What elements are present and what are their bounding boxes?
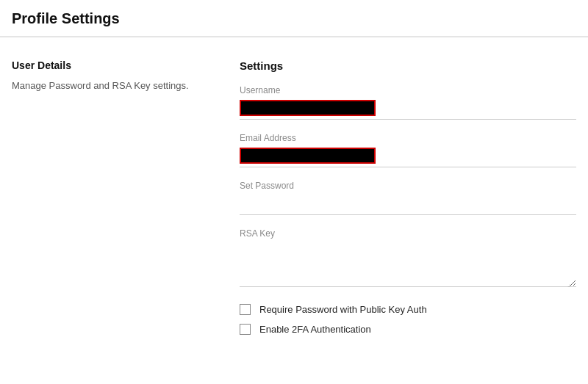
page-title: Profile Settings xyxy=(12,10,576,27)
left-panel-description: Manage Password and RSA Key settings. xyxy=(12,79,203,93)
right-panel: Settings Username Email Address Set Pass… xyxy=(232,59,576,335)
rsa-key-input[interactable] xyxy=(240,243,576,287)
username-underline xyxy=(240,119,576,120)
left-panel-title: User Details xyxy=(12,59,203,71)
require-password-checkbox[interactable] xyxy=(240,304,251,315)
enable-2fa-label: Enable 2FA Authentication xyxy=(259,324,371,335)
left-panel: User Details Manage Password and RSA Key… xyxy=(12,59,232,335)
username-field-group: Username xyxy=(240,85,576,120)
page-content: User Details Manage Password and RSA Key… xyxy=(0,37,588,349)
require-password-checkbox-item[interactable]: Require Password with Public Key Auth xyxy=(240,304,576,315)
settings-title: Settings xyxy=(240,59,576,72)
password-input[interactable] xyxy=(240,195,576,215)
checkbox-group: Require Password with Public Key Auth En… xyxy=(240,304,576,335)
password-label: Set Password xyxy=(240,181,576,191)
rsa-key-field-group: RSA Key ⌟ xyxy=(240,228,576,289)
rsa-key-wrapper: ⌟ xyxy=(240,243,576,289)
username-label: Username xyxy=(240,85,576,95)
page-header: Profile Settings xyxy=(0,0,588,37)
email-redacted-value xyxy=(240,148,376,164)
resize-icon: ⌟ xyxy=(567,280,575,288)
email-field-group: Email Address xyxy=(240,133,576,167)
enable-2fa-checkbox[interactable] xyxy=(240,324,251,335)
enable-2fa-checkbox-item[interactable]: Enable 2FA Authentication xyxy=(240,324,576,335)
password-field-group: Set Password xyxy=(240,181,576,215)
username-redacted-value xyxy=(240,100,376,116)
rsa-key-label: RSA Key xyxy=(240,228,576,239)
email-label: Email Address xyxy=(240,133,576,143)
email-underline xyxy=(240,167,576,167)
require-password-label: Require Password with Public Key Auth xyxy=(259,304,427,315)
